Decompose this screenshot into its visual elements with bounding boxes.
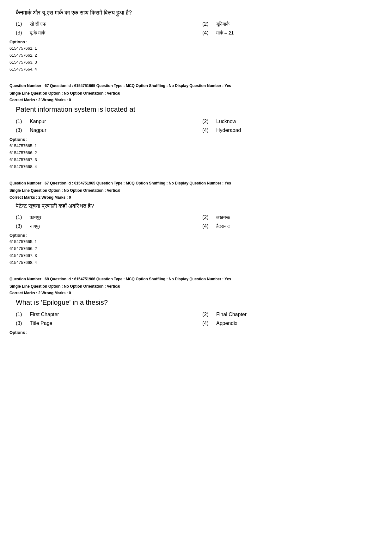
option-num-q68-3: (3) bbox=[16, 321, 25, 326]
options-grid-q67-en: (1) Kanpur (2) Lucknow (3) Nagpur (4) Hy… bbox=[16, 119, 383, 133]
option-id-1-q67-en: 6154757665. 1 bbox=[9, 142, 383, 149]
option-num-q67-hi-1: (1) bbox=[16, 215, 25, 220]
option-text-q68-3: Title Page bbox=[30, 321, 52, 326]
question-meta-q67-hi-line1: Question Number : 67 Question Id : 61547… bbox=[9, 180, 383, 186]
option-text-q67-hi-4: हैदराबाद bbox=[216, 223, 230, 229]
options-grid-q67-hi: (1) कानपुर (2) लखनऊ (3) नागपुर (4) हैदरा… bbox=[16, 215, 383, 229]
option-text-q67-en-3: Nagpur bbox=[30, 128, 46, 133]
option-num-4: (4) bbox=[202, 30, 211, 36]
option-row-q68-1: (1) First Chapter bbox=[16, 312, 196, 317]
option-num-q67-hi-3: (3) bbox=[16, 223, 25, 229]
marks-info-q67-hi: Correct Marks : 2 Wrong Marks : 0 bbox=[9, 195, 383, 200]
option-row-q67-en-2: (2) Lucknow bbox=[202, 119, 383, 124]
option-row-3: (3) यू के मार्क bbox=[16, 30, 196, 36]
option-id-3-q67-hi: 6154757667. 3 bbox=[9, 252, 383, 259]
option-row-q67-en-4: (4) Hyderabad bbox=[202, 128, 383, 133]
option-id-4-top: 6154757664. 4 bbox=[9, 66, 383, 73]
option-id-1-q67-hi: 6154757665. 1 bbox=[9, 238, 383, 245]
option-num-q67-en-1: (1) bbox=[16, 119, 25, 124]
option-text-3: यू के मार्क bbox=[30, 30, 45, 36]
option-text-2: यूनिमार्क bbox=[216, 21, 230, 27]
options-grid-q68: (1) First Chapter (2) Final Chapter (3) … bbox=[16, 312, 383, 326]
question-meta-q67-en-line1: Question Number : 67 Question Id : 61547… bbox=[9, 83, 383, 89]
option-num-q68-2: (2) bbox=[202, 312, 211, 317]
option-row-q67-hi-1: (1) कानपुर bbox=[16, 215, 196, 220]
option-text-1: सी सी एफ bbox=[30, 21, 46, 27]
option-text-q67-hi-1: कानपुर bbox=[30, 215, 41, 220]
question-meta-q68-line2: Single Line Question Option : No Option … bbox=[9, 284, 383, 290]
question-block-q67-hi: Question Number : 67 Question Id : 61547… bbox=[9, 180, 383, 266]
option-row-q68-3: (3) Title Page bbox=[16, 321, 196, 326]
option-text-q67-en-1: Kanpur bbox=[30, 119, 46, 124]
option-num-1: (1) bbox=[16, 21, 25, 27]
option-text-q68-2: Final Chapter bbox=[216, 312, 247, 317]
option-row-q67-hi-2: (2) लखनऊ bbox=[202, 215, 383, 220]
option-num-q68-4: (4) bbox=[202, 321, 211, 326]
option-id-2-top: 6154757662. 2 bbox=[9, 52, 383, 59]
option-text-q68-1: First Chapter bbox=[30, 312, 59, 317]
marks-info-q68: Correct Marks : 2 Wrong Marks : 0 bbox=[9, 291, 383, 295]
question-meta-q67-hi-line2: Single Line Question Option : No Option … bbox=[9, 188, 383, 194]
option-num-3: (3) bbox=[16, 30, 25, 36]
option-row-4: (4) मार्क – 21 bbox=[202, 30, 383, 36]
option-row-1: (1) सी सी एफ bbox=[16, 21, 196, 27]
question-block-q67-en: Question Number : 67 Question Id : 61547… bbox=[9, 83, 383, 170]
option-row-q67-en-3: (3) Nagpur bbox=[16, 128, 196, 133]
options-label-q68: Options : bbox=[9, 330, 383, 335]
option-text-4: मार्क – 21 bbox=[216, 30, 234, 36]
question-block-q68: Question Number : 68 Question Id : 61547… bbox=[9, 276, 383, 335]
question-text-q68: What is 'Epilogue' in a thesis? bbox=[16, 298, 383, 307]
options-label-q67-hi: Options : bbox=[9, 233, 383, 238]
option-row-2: (2) यूनिमार्क bbox=[202, 21, 383, 27]
option-id-3-top: 6154757663. 3 bbox=[9, 59, 383, 66]
question-meta-q67-en-line2: Single Line Question Option : No Option … bbox=[9, 90, 383, 97]
marks-info-q67-en: Correct Marks : 2 Wrong Marks : 0 bbox=[9, 98, 383, 102]
question-text-q67-en: Patent information system is located at bbox=[16, 105, 383, 114]
option-id-3-q67-en: 6154757667. 3 bbox=[9, 156, 383, 163]
option-text-q67-hi-3: नागपुर bbox=[30, 223, 40, 229]
option-id-2-q67-hi: 6154757666. 2 bbox=[9, 245, 383, 252]
option-num-q68-1: (1) bbox=[16, 312, 25, 317]
question-meta-q68-line1: Question Number : 68 Question Id : 61547… bbox=[9, 276, 383, 282]
question-text-q67-hi: पेटेन्ट सूचना प्रणाली कहाँ अवस्थित है? bbox=[16, 203, 383, 209]
option-row-q67-hi-4: (4) हैदराबाद bbox=[202, 223, 383, 229]
option-num-q67-hi-2: (2) bbox=[202, 215, 211, 220]
question-block-top: कैनमार्क और यू एस मार्क का एक साथ किसमें… bbox=[9, 9, 383, 73]
option-row-q68-2: (2) Final Chapter bbox=[202, 312, 383, 317]
option-id-2-q67-en: 6154757666. 2 bbox=[9, 149, 383, 156]
options-label-top: Options : bbox=[9, 40, 383, 44]
option-text-q67-en-4: Hyderabad bbox=[216, 128, 241, 133]
option-row-q67-hi-3: (3) नागपुर bbox=[16, 223, 196, 229]
option-num-q67-hi-4: (4) bbox=[202, 223, 211, 229]
option-text-q67-hi-2: लखनऊ bbox=[216, 215, 230, 220]
option-num-q67-en-3: (3) bbox=[16, 128, 25, 133]
option-row-q67-en-1: (1) Kanpur bbox=[16, 119, 196, 124]
option-row-q68-4: (4) Appendix bbox=[202, 321, 383, 326]
option-num-q67-en-4: (4) bbox=[202, 128, 211, 133]
option-text-q68-4: Appendix bbox=[216, 321, 237, 326]
option-text-q67-en-2: Lucknow bbox=[216, 119, 236, 124]
options-grid-top: (1) सी सी एफ (2) यूनिमार्क (3) यू के मार… bbox=[16, 21, 383, 36]
option-id-4-q67-en: 6154757668. 4 bbox=[9, 163, 383, 170]
options-label-q67-en: Options : bbox=[9, 137, 383, 142]
option-num-2: (2) bbox=[202, 21, 211, 27]
option-id-4-q67-hi: 6154757668. 4 bbox=[9, 259, 383, 266]
option-id-1-top: 6154757661. 1 bbox=[9, 45, 383, 52]
option-num-q67-en-2: (2) bbox=[202, 119, 211, 124]
question-text-hindi-top: कैनमार्क और यू एस मार्क का एक साथ किसमें… bbox=[16, 9, 383, 16]
